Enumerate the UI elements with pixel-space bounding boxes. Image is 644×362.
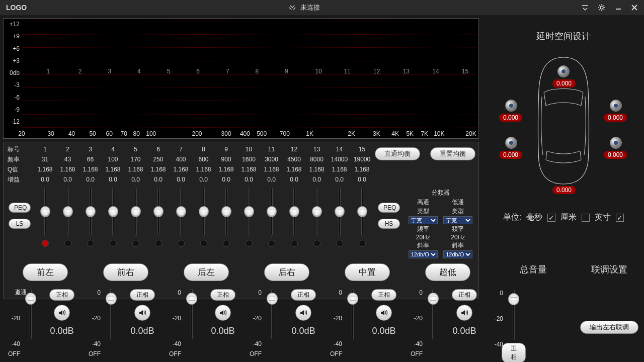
eq-param-id[interactable]: 15 [351, 144, 373, 154]
eq-param-gain[interactable]: 0.0 [192, 174, 215, 185]
channel-select-button[interactable]: 超低 [425, 263, 470, 281]
speaker-rear-left[interactable] [505, 137, 517, 149]
eq-param-id[interactable]: 6 [147, 144, 170, 154]
eq-param-freq[interactable]: 250 [147, 154, 170, 164]
channel-gain-slider[interactable] [271, 289, 273, 339]
eq-param-id[interactable]: 3 [79, 144, 102, 154]
channel-gain-slider[interactable] [30, 289, 32, 339]
polarity-button[interactable]: 正相 [210, 289, 235, 301]
eq-param-id[interactable]: 7 [170, 144, 192, 154]
channel-select-button[interactable]: 后右 [264, 263, 309, 281]
hs-button[interactable]: HS [378, 219, 400, 229]
eq-param-q[interactable]: 1.168 [34, 164, 56, 174]
graph-band-marker[interactable]: 9 [285, 68, 288, 75]
eq-param-q[interactable]: 1.168 [192, 164, 215, 174]
lp-type-select[interactable]: 宁克 [443, 216, 472, 224]
graph-band-marker[interactable]: 2 [78, 68, 82, 75]
graph-band-marker[interactable]: 7 [226, 68, 229, 75]
delay-fl[interactable]: 0.000 [499, 114, 522, 122]
eq-param-id[interactable]: 11 [260, 144, 283, 154]
band-bypass-dot[interactable] [42, 240, 49, 247]
eq-param-gain[interactable]: 0.0 [170, 174, 192, 185]
speaker-front-left[interactable] [505, 100, 517, 112]
eq-param-freq[interactable]: 4500 [283, 154, 305, 164]
eq-band-column[interactable]: 15190001.1680.0 [351, 144, 373, 185]
lp-slope-select[interactable]: 12db/Oct [443, 250, 472, 258]
eq-param-gain[interactable]: 0.0 [283, 174, 305, 185]
channel-select-button[interactable]: 中置 [345, 263, 390, 281]
channel-select-button[interactable]: 后左 [184, 263, 229, 281]
channel-gain-slider[interactable] [110, 289, 112, 339]
mute-button[interactable] [295, 305, 311, 321]
eq-param-id[interactable]: 10 [237, 144, 260, 154]
eq-band-column[interactable]: 41001.1680.0 [102, 144, 124, 185]
graph-band-marker[interactable]: 5 [167, 68, 171, 75]
graph-band-marker[interactable]: 12 [373, 68, 380, 75]
speaker-rear-right[interactable] [610, 137, 622, 149]
eq-param-gain[interactable]: 0.0 [237, 174, 260, 185]
eq-param-q[interactable]: 1.168 [328, 164, 351, 174]
band-bypass-dot[interactable] [291, 240, 298, 247]
eq-param-id[interactable]: 5 [124, 144, 147, 154]
master-gain-slider[interactable] [513, 290, 515, 340]
graph-band-marker[interactable]: 8 [256, 68, 259, 75]
band-bypass-dot[interactable] [246, 240, 253, 247]
eq-param-q[interactable]: 1.168 [305, 164, 328, 174]
eq-band-column[interactable]: 74001.1680.0 [170, 144, 192, 185]
graph-band-marker[interactable]: 10 [315, 68, 322, 75]
channel-select-button[interactable]: 前右 [103, 263, 148, 281]
output-link-button[interactable]: 输出左右联调 [580, 321, 638, 334]
eq-param-id[interactable]: 13 [305, 144, 328, 154]
eq-param-gain[interactable]: 0.0 [56, 174, 79, 185]
eq-band-column[interactable]: 1016001.1680.0 [237, 144, 260, 185]
mute-button[interactable] [215, 305, 231, 321]
eq-param-gain[interactable]: 0.0 [124, 174, 147, 185]
polarity-button[interactable]: 正相 [371, 289, 396, 301]
peq2-button[interactable]: PEQ [378, 203, 400, 213]
band-bypass-dot[interactable] [87, 240, 94, 247]
eq-param-id[interactable]: 12 [283, 144, 305, 154]
polarity-button[interactable]: 正相 [130, 289, 155, 301]
eq-param-freq[interactable]: 43 [56, 154, 79, 164]
peq-mode-button[interactable]: PEQ [9, 203, 31, 213]
eq-param-q[interactable]: 1.168 [237, 164, 260, 174]
band-bypass-dot[interactable] [155, 240, 162, 247]
eq-param-q[interactable]: 1.168 [56, 164, 79, 174]
eq-param-freq[interactable]: 1600 [237, 154, 260, 164]
eq-param-freq[interactable]: 170 [124, 154, 147, 164]
eq-param-freq[interactable]: 31 [34, 154, 56, 164]
eq-param-freq[interactable]: 600 [192, 154, 215, 164]
eq-param-gain[interactable]: 0.0 [34, 174, 56, 185]
eq-param-q[interactable]: 1.168 [351, 164, 373, 174]
eq-param-id[interactable]: 2 [56, 144, 79, 154]
eq-param-q[interactable]: 1.168 [102, 164, 124, 174]
polarity-button[interactable]: 正相 [291, 289, 316, 301]
eq-band-column[interactable]: 1245001.1680.0 [283, 144, 305, 185]
eq-reset-button[interactable]: 重置均衡 [430, 147, 475, 160]
eq-param-q[interactable]: 1.168 [147, 164, 170, 174]
graph-band-marker[interactable]: 13 [403, 68, 410, 75]
delay-rr[interactable]: 0.000 [604, 151, 627, 159]
master-polarity-button[interactable]: 正相 [502, 343, 525, 362]
graph-band-marker[interactable]: 6 [196, 68, 200, 75]
delay-center[interactable]: 0.000 [552, 79, 576, 87]
dropdown-icon[interactable] [582, 4, 589, 11]
eq-param-gain[interactable]: 0.0 [79, 174, 102, 185]
mute-button[interactable] [134, 305, 150, 321]
band-bypass-dot[interactable] [64, 240, 71, 247]
eq-param-id[interactable]: 4 [102, 144, 124, 154]
band-bypass-dot[interactable] [359, 240, 366, 247]
eq-param-freq[interactable]: 66 [79, 154, 102, 164]
eq-param-freq[interactable]: 100 [102, 154, 124, 164]
channel-select-button[interactable]: 前左 [23, 263, 68, 281]
eq-param-q[interactable]: 1.168 [283, 164, 305, 174]
eq-param-q[interactable]: 1.168 [79, 164, 102, 174]
polarity-button[interactable]: 正相 [452, 289, 477, 301]
eq-band-column[interactable]: 14140001.1680.0 [328, 144, 351, 185]
band-bypass-dot[interactable] [200, 240, 207, 247]
channel-gain-slider[interactable] [191, 289, 193, 339]
mute-button[interactable] [376, 305, 392, 321]
band-bypass-dot[interactable] [336, 240, 343, 247]
eq-band-column[interactable]: 2431.1680.0 [56, 144, 79, 185]
eq-param-q[interactable]: 1.168 [260, 164, 283, 174]
